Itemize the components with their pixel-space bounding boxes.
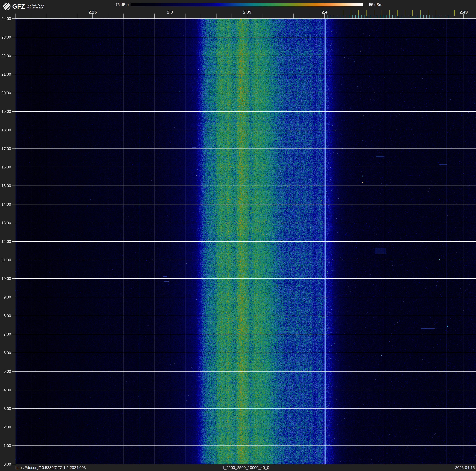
frequency-tick [185,14,186,18]
frequency-tick [77,14,77,18]
time-tick [12,18,15,19]
hour-gridline [15,390,476,390]
hour-gridline [15,185,476,186]
time-tick [12,297,15,297]
ble-channel-tick [334,15,334,18]
frequency-tick-label: 2.49 [459,10,468,15]
time-tick-label: 6:00 [3,351,11,355]
time-tick-label: 13:00 [1,221,11,225]
hour-gridline [15,130,476,130]
time-tick-label: 24:00 [1,17,11,21]
wifi-channel-tick [412,10,413,16]
hour-gridline [15,148,476,149]
ble-channel-tick [395,15,396,18]
signal-event [439,259,440,260]
time-tick [12,185,15,186]
hour-gridline [15,37,476,37]
wifi-channel-tick [366,10,367,16]
time-tick [12,93,15,93]
ble-channel-tick [423,15,424,18]
time-tick [12,371,15,372]
time-tick-label: 4:00 [3,388,11,392]
ble-channel-tick [331,15,331,18]
frequency-tick-label: 2.25 [89,10,97,15]
ble-channel-tick [433,15,433,18]
frequency-tick [201,14,201,18]
ble-channel-tick [371,15,371,18]
ble-channel-tick [327,15,328,18]
ble-channel-tick [368,15,368,18]
frequency-tick [263,14,263,18]
signal-event [467,231,468,231]
wifi-channel-tick [351,10,351,16]
hour-gridline [15,111,476,112]
time-axis: 24:0023:0022:0021:0020:0019:0018:0017:00… [0,0,15,471]
time-tick [12,148,15,149]
signal-event [362,182,363,183]
time-tick-label: 20:00 [1,91,11,95]
hour-gridline [15,278,476,279]
signal-event [325,245,326,246]
ble-channel-tick [442,15,442,18]
frequency-tick [232,14,232,18]
signal-event [327,273,328,274]
ble-channel-tick [346,15,346,18]
time-tick-label: 15:00 [1,183,11,188]
time-tick-label: 12:00 [1,239,11,244]
time-tick [12,316,15,316]
ble-channel-tick [436,15,436,18]
ble-channel-tick [392,15,393,18]
wifi-channel-tick [428,10,428,16]
ble-channel-tick [358,15,359,18]
time-tick [12,241,15,242]
ble-channel-tick [389,15,390,18]
time-tick [12,353,15,353]
time-tick [12,56,15,56]
wifi-channel-tick [454,10,455,16]
time-tick [12,223,15,223]
ble-channel-tick [399,15,399,18]
ble-channel-tick [402,15,402,18]
spectrogram-plot [15,18,476,464]
ble-channel-tick [448,15,448,18]
ble-channel-tick [426,15,427,18]
hour-gridline [15,56,476,56]
ble-channel-tick [383,15,383,18]
ble-channel-tick [414,15,414,18]
frequency-tick [278,14,278,18]
time-tick [12,74,15,74]
doi-link[interactable]: https://doi.org/10.5880/GFZ.1.2.2024.003 [15,466,86,470]
time-tick-label: 19:00 [1,109,11,114]
dataset-filename: 1_2200_2500_10000_40_0 [222,466,269,470]
signal-event [375,248,386,254]
frequency-tick [123,14,124,18]
ble-channel-tick [420,15,421,18]
hour-gridline [15,316,476,316]
hour-gridline [15,427,476,427]
signal-event [345,235,350,235]
frequency-tick-label: 2.3 [167,10,173,15]
frequency-tick-label: 2.4 [322,10,327,15]
wifi-channel-tick [382,10,382,16]
signal-event [327,272,328,272]
spectrogram-app: GFZ Helmholtz Centre for Geosciences -75… [0,0,476,471]
hour-gridline [15,167,476,167]
ble-channel-tick [405,15,405,18]
time-tick [12,334,15,334]
time-tick-label: 3:00 [3,406,11,411]
time-tick-label: 22:00 [1,54,11,58]
frequency-tick [139,14,139,18]
hour-gridline [15,446,476,446]
signal-event [362,176,363,177]
wifi-channel-tick [397,10,398,16]
ble-channel-tick [377,15,377,18]
signal-event [163,276,167,276]
hour-gridline [15,297,476,297]
ble-channel-tick [337,15,337,18]
frequency-tick [154,14,155,18]
footer-bar: https://doi.org/10.5880/GFZ.1.2.2024.003… [0,464,476,471]
hour-gridline [15,74,476,74]
time-tick-label: 8:00 [3,313,11,318]
ble-channel-tick [365,15,365,18]
frequency-tick [293,14,294,18]
